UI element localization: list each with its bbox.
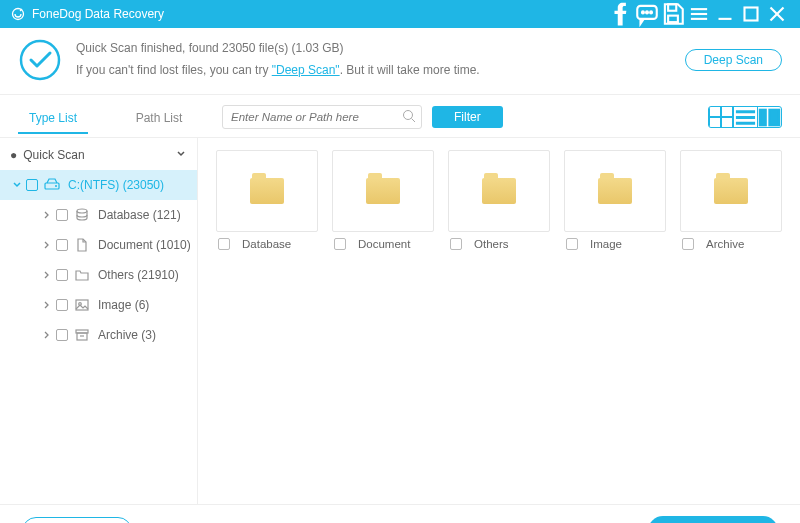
grid-item-label: Document — [358, 238, 410, 250]
folder-thumbnail[interactable] — [448, 150, 550, 232]
search-icon[interactable] — [402, 109, 416, 123]
chevron-down-icon[interactable] — [175, 148, 187, 163]
svg-point-14 — [21, 41, 59, 79]
menu-icon[interactable] — [686, 0, 712, 28]
svg-line-16 — [412, 119, 416, 123]
svg-point-2 — [642, 11, 644, 13]
grid-item[interactable]: Others — [448, 150, 550, 250]
chevron-right-icon[interactable] — [40, 270, 54, 280]
tab-path-list[interactable]: Path List — [106, 101, 212, 133]
facebook-icon[interactable] — [608, 0, 634, 28]
folder-icon — [714, 178, 748, 204]
svg-rect-18 — [723, 107, 731, 115]
folder-icon — [598, 178, 632, 204]
deep-scan-link[interactable]: "Deep Scan" — [272, 63, 340, 77]
view-toggle — [708, 106, 782, 128]
folder-thumbnail[interactable] — [564, 150, 666, 232]
maximize-icon[interactable] — [738, 0, 764, 28]
status-bar: Quick Scan finished, found 23050 file(s)… — [0, 28, 800, 95]
checkbox[interactable] — [56, 209, 68, 221]
status-line-2: If you can't find lost files, you can tr… — [76, 60, 685, 82]
tree-item-database[interactable]: Database (121) — [0, 200, 197, 230]
view-list-icon[interactable] — [733, 107, 757, 127]
tree-root-quick-scan[interactable]: ● Quick Scan — [0, 140, 197, 170]
svg-rect-11 — [745, 8, 758, 21]
chevron-right-icon[interactable] — [40, 240, 54, 250]
svg-point-3 — [646, 11, 648, 13]
folder-icon — [366, 178, 400, 204]
deep-scan-button[interactable]: Deep Scan — [685, 49, 782, 71]
chevron-right-icon[interactable] — [40, 300, 54, 310]
feedback-icon[interactable] — [634, 0, 660, 28]
checkbox[interactable] — [56, 269, 68, 281]
grid-item[interactable]: Document — [332, 150, 434, 250]
app-logo-icon — [10, 6, 26, 22]
recover-button[interactable]: Recover — [648, 516, 778, 524]
grid-item-label: Image — [590, 238, 622, 250]
svg-rect-6 — [668, 16, 678, 23]
chevron-right-icon[interactable] — [40, 210, 54, 220]
chevron-right-icon[interactable] — [40, 330, 54, 340]
document-icon — [74, 238, 92, 252]
save-icon[interactable] — [660, 0, 686, 28]
svg-point-28 — [77, 209, 87, 213]
tree-item-image[interactable]: Image (6) — [0, 290, 197, 320]
folder-thumbnail[interactable] — [216, 150, 318, 232]
svg-point-4 — [650, 11, 652, 13]
database-icon — [74, 208, 92, 222]
svg-point-0 — [13, 9, 24, 20]
sidebar-tree: ● Quick Scan C:(NTFS) (23050) Database (… — [0, 138, 198, 504]
tree-item-others[interactable]: Others (21910) — [0, 260, 197, 290]
check-complete-icon — [18, 38, 62, 82]
tree-drive-c[interactable]: C:(NTFS) (23050) — [0, 170, 197, 200]
checkbox[interactable] — [56, 239, 68, 251]
view-grid-icon[interactable] — [709, 107, 733, 127]
back-button[interactable]: Back — [22, 517, 132, 524]
svg-point-27 — [55, 185, 57, 187]
svg-rect-17 — [711, 107, 719, 115]
checkbox[interactable] — [450, 238, 462, 250]
grid-item[interactable]: Archive — [680, 150, 782, 250]
checkbox[interactable] — [26, 179, 38, 191]
grid-item[interactable]: Database — [216, 150, 318, 250]
checkbox[interactable] — [218, 238, 230, 250]
tree-item-archive[interactable]: Archive (3) — [0, 320, 197, 350]
svg-rect-24 — [760, 109, 766, 124]
status-line-1: Quick Scan finished, found 23050 file(s)… — [76, 38, 685, 60]
drive-icon — [44, 178, 62, 192]
minimize-icon[interactable] — [712, 0, 738, 28]
svg-point-15 — [404, 111, 413, 120]
tab-type-list[interactable]: Type List — [0, 101, 106, 133]
filter-button[interactable]: Filter — [432, 106, 503, 128]
main-area: ● Quick Scan C:(NTFS) (23050) Database (… — [0, 138, 800, 504]
folder-thumbnail[interactable] — [680, 150, 782, 232]
checkbox[interactable] — [56, 299, 68, 311]
bullet-icon: ● — [10, 148, 17, 162]
checkbox[interactable] — [682, 238, 694, 250]
search-input[interactable] — [222, 105, 422, 129]
view-detail-icon[interactable] — [757, 107, 781, 127]
folder-icon — [250, 178, 284, 204]
svg-rect-29 — [76, 300, 88, 310]
svg-rect-25 — [770, 109, 780, 124]
svg-rect-19 — [711, 119, 719, 127]
tree-item-document[interactable]: Document (1010) — [0, 230, 197, 260]
svg-rect-20 — [723, 119, 731, 127]
folder-icon — [74, 268, 92, 282]
close-icon[interactable] — [764, 0, 790, 28]
grid-item-label: Archive — [706, 238, 744, 250]
footer: Back Recover — [0, 504, 800, 523]
svg-rect-5 — [668, 4, 676, 11]
folder-icon — [482, 178, 516, 204]
checkbox[interactable] — [56, 329, 68, 341]
checkbox[interactable] — [566, 238, 578, 250]
titlebar: FoneDog Data Recovery — [0, 0, 800, 28]
image-icon — [74, 298, 92, 312]
folder-thumbnail[interactable] — [332, 150, 434, 232]
grid-item-label: Database — [242, 238, 291, 250]
chevron-down-icon[interactable] — [10, 180, 24, 190]
grid-item[interactable]: Image — [564, 150, 666, 250]
search-wrap — [222, 105, 422, 129]
checkbox[interactable] — [334, 238, 346, 250]
app-title: FoneDog Data Recovery — [32, 7, 164, 21]
